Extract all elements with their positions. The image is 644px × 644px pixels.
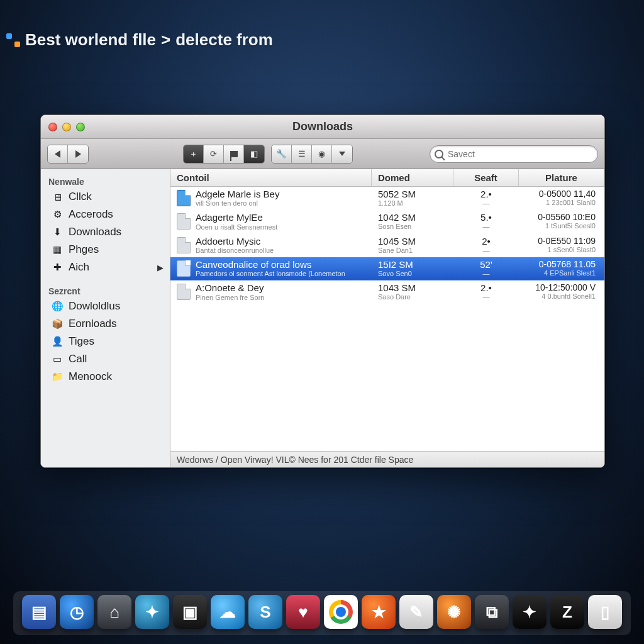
col-kind[interactable]: Seaft [453,169,519,186]
chevron-down-icon [339,152,345,156]
file-subtitle: Ooen u risalt Sensnermest [196,223,277,231]
file-icon [177,213,191,230]
sidebar-item-icon: 📦 [51,318,64,330]
file-kind-sub: — [460,223,513,230]
col-name[interactable]: Contoil [170,169,372,186]
breadcrumb: Best worlend flle > delecte from [6,30,273,50]
search-field [430,145,598,163]
file-kind: 2• [460,236,513,247]
z-app-icon[interactable]: Z [550,595,584,629]
file-size: 5052 SM [378,189,447,199]
file-date-sub: 1 tSunt5i Soesl0 [525,222,596,230]
sidebar-item[interactable]: 👤Tiges [41,333,170,350]
file-name: A:Onoete & Dey [196,282,264,293]
sidebar: Nenwale 🖥Cllck⚙Accerods⬇Downloads▦Phges✚… [41,169,170,467]
sidebar-item-label: Menoock [69,370,112,383]
file-kind: 52' [460,259,513,270]
sidebar-item[interactable]: ⬇Downloads [41,223,170,241]
file-subtitle: vill Sion ten dero onl [196,199,279,207]
file-date-sub: 1 sSen0i Slast0 [525,246,596,253]
file-date: 0-05000 11,40 [525,189,596,199]
file-date-sub: 4 0.bunfd Sonell1 [525,292,596,300]
table-row[interactable]: Canveodnalice of orad lowsPamedors ol so… [170,257,604,280]
col-size[interactable]: Domed [372,169,453,186]
sidebar-item[interactable]: 📁Menoock [41,368,170,386]
table-row[interactable]: Adgele Marle is Beyvill Sion ten dero on… [170,187,604,210]
table-row[interactable]: Adagerte MylEeOoen u risalt Sensnermest1… [170,210,604,233]
breadcrumb-part-2: delecte from [175,30,273,50]
sidebar-item-label: Tiges [69,335,94,348]
sidebar-item-icon: ⚙ [51,209,64,220]
titlebar[interactable]: Downloads [41,115,604,139]
dashboard-icon[interactable]: ◷ [60,595,94,629]
sidebar-item-label: Call [69,353,87,365]
info-button[interactable]: ◉ [312,145,332,163]
zoom-button[interactable] [76,123,85,131]
action-button[interactable]: 🔧 [272,145,292,163]
file-name: Canveodnalice of orad lows [196,259,345,270]
sidebar-item-label: Aich [69,261,89,274]
file-subtitle: Bantat disonceonrunollue [196,247,274,254]
view-group-2: 🔧 ☰ ◉ [271,145,353,164]
search-input[interactable] [430,145,598,163]
firefox-icon[interactable]: ✺ [437,595,471,629]
sidebar-item[interactable]: 📦Eornloads [41,315,170,333]
sidebar-item[interactable]: ⚙Accerods [41,206,170,223]
file-name: Addoertu Mysic [196,236,274,247]
sidebar-item[interactable]: 🌐Dowloldlus [41,297,170,315]
sidebar-item[interactable]: ▭Call [41,350,170,368]
search-icon [435,150,443,158]
chrome-icon[interactable] [324,595,358,629]
sidebar-item-label: Dowloldlus [69,300,120,313]
dropdown-button[interactable] [332,145,352,163]
file-name: Adagerte MylEe [196,212,277,223]
sidebar-item-label: Phges [69,243,99,256]
file-name: Adgele Marle is Bey [196,189,279,199]
file-date: 10-12:50:000 V [525,282,596,292]
file-icon [177,284,191,300]
back-button[interactable] [48,145,68,163]
home-icon[interactable]: ⌂ [97,595,131,629]
view-toggle-button[interactable]: ◧ [244,145,264,163]
box-icon[interactable]: ⧉ [475,595,509,629]
sidebar-item-icon: 🌐 [51,301,64,312]
documents-icon[interactable]: ▯ [588,595,622,629]
file-date: 0-05768 11.05 [525,259,596,269]
forward-button[interactable] [68,145,88,163]
file-date-sub: 1 23c001 Slanl0 [525,199,596,206]
breadcrumb-sep: > [161,30,170,50]
file-icon [177,260,191,277]
sidebar-item-label: Cllck [69,191,92,203]
media-icon[interactable]: ▣ [173,595,207,629]
sidebar-item[interactable]: ▦Phges [41,241,170,258]
file-kind-sub: — [460,247,513,254]
health-icon[interactable]: ♥ [286,595,320,629]
refresh-button[interactable]: ⟳ [204,145,224,163]
dock: ▤◷⌂✦▣☁S♥★✎✺⧉✦Z▯ [13,591,631,635]
notes-icon[interactable]: ✎ [399,595,433,629]
column-headers[interactable]: Contoil Domed Seaft Plature [170,169,604,187]
file-size: 1043 SM [378,282,447,293]
app-glyph-icon [6,33,20,47]
flag-button[interactable] [224,145,244,163]
chevron-left-icon [55,150,60,158]
col-date[interactable]: Plature [519,169,604,186]
skype-icon[interactable]: S [248,595,282,629]
table-row[interactable]: Addoertu MysicBantat disonceonrunollue10… [170,234,604,257]
finder-icon[interactable]: ▤ [22,595,56,629]
sidebar-item[interactable]: 🖥Cllck [41,188,170,206]
add-button[interactable]: ＋ [184,145,204,163]
file-kind-sub: — [460,199,513,207]
sidebar-item[interactable]: ✚Aich▶ [41,258,170,276]
table-row[interactable]: A:Onoete & DeyPinen Gemen fre Sorn1043 S… [170,280,604,304]
terminal-icon[interactable]: ✦ [513,595,547,629]
minimize-button[interactable] [62,123,71,131]
sidebar-item-label: Eornloads [69,318,117,330]
safari-icon[interactable]: ✦ [135,595,169,629]
cloud-icon[interactable]: ☁ [211,595,245,629]
favorites-icon[interactable]: ★ [362,595,396,629]
close-button[interactable] [48,123,57,131]
list-view-button[interactable]: ☰ [292,145,312,163]
file-kind: 2.• [460,282,513,293]
sidebar-item-icon: ⬇ [51,226,64,238]
